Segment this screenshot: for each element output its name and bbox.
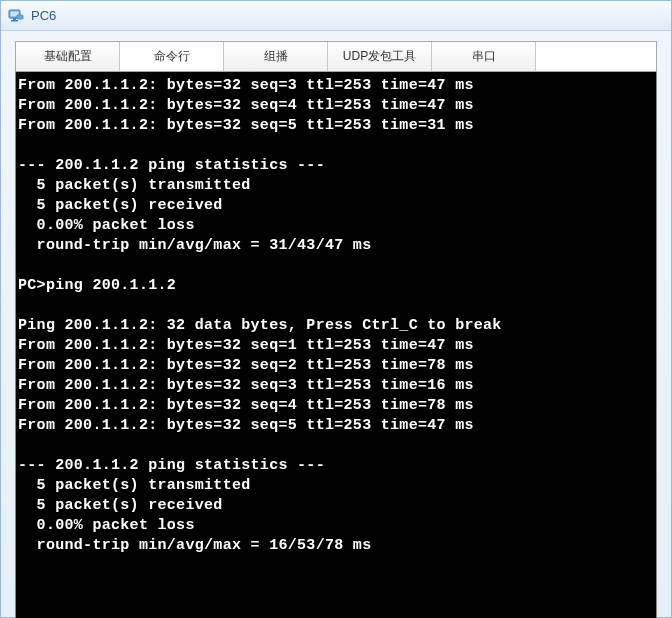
terminal-line: From 200.1.1.2: bytes=32 seq=2 ttl=253 t… (18, 356, 654, 376)
tab-serial[interactable]: 串口 (432, 42, 536, 71)
terminal-line: From 200.1.1.2: bytes=32 seq=1 ttl=253 t… (18, 336, 654, 356)
terminal-line (18, 296, 654, 316)
terminal-line: From 200.1.1.2: bytes=32 seq=4 ttl=253 t… (18, 96, 654, 116)
terminal-line: 0.00% packet loss (18, 516, 654, 536)
terminal-line: 5 packet(s) transmitted (18, 476, 654, 496)
terminal-line: 5 packet(s) transmitted (18, 176, 654, 196)
tab-basic-config[interactable]: 基础配置 (16, 42, 120, 71)
svg-rect-4 (17, 15, 23, 19)
terminal-line: --- 200.1.1.2 ping statistics --- (18, 456, 654, 476)
terminal-line: From 200.1.1.2: bytes=32 seq=3 ttl=253 t… (18, 376, 654, 396)
terminal-line (18, 556, 654, 576)
terminal-line: --- 200.1.1.2 ping statistics --- (18, 156, 654, 176)
tab-udp-tool[interactable]: UDP发包工具 (328, 42, 432, 71)
terminal-output[interactable]: From 200.1.1.2: bytes=32 seq=3 ttl=253 t… (15, 71, 657, 618)
terminal-line: 5 packet(s) received (18, 196, 654, 216)
tab-multicast[interactable]: 组播 (224, 42, 328, 71)
content-area: 基础配置 命令行 组播 UDP发包工具 串口 From 200.1.1.2: b… (1, 31, 671, 618)
terminal-line: From 200.1.1.2: bytes=32 seq=4 ttl=253 t… (18, 396, 654, 416)
terminal-line: Ping 200.1.1.2: 32 data bytes, Press Ctr… (18, 316, 654, 336)
terminal-line (18, 136, 654, 156)
app-window: PC6 基础配置 命令行 组播 UDP发包工具 串口 From 200.1.1.… (0, 0, 672, 618)
window-title: PC6 (31, 8, 56, 23)
svg-rect-3 (11, 20, 18, 22)
terminal-line: round-trip min/avg/max = 31/43/47 ms (18, 236, 654, 256)
terminal-line: From 200.1.1.2: bytes=32 seq=5 ttl=253 t… (18, 116, 654, 136)
terminal-line: round-trip min/avg/max = 16/53/78 ms (18, 536, 654, 556)
tab-command-line[interactable]: 命令行 (120, 42, 224, 71)
titlebar[interactable]: PC6 (1, 1, 671, 31)
terminal-line: 5 packet(s) received (18, 496, 654, 516)
terminal-line (18, 256, 654, 276)
terminal-line: From 200.1.1.2: bytes=32 seq=3 ttl=253 t… (18, 76, 654, 96)
terminal-line: From 200.1.1.2: bytes=32 seq=5 ttl=253 t… (18, 416, 654, 436)
terminal-line (18, 436, 654, 456)
pc-icon (7, 7, 25, 25)
svg-rect-2 (13, 18, 16, 20)
tabs: 基础配置 命令行 组播 UDP发包工具 串口 (15, 41, 657, 71)
terminal-line: 0.00% packet loss (18, 216, 654, 236)
terminal-line: PC>ping 200.1.1.2 (18, 276, 654, 296)
